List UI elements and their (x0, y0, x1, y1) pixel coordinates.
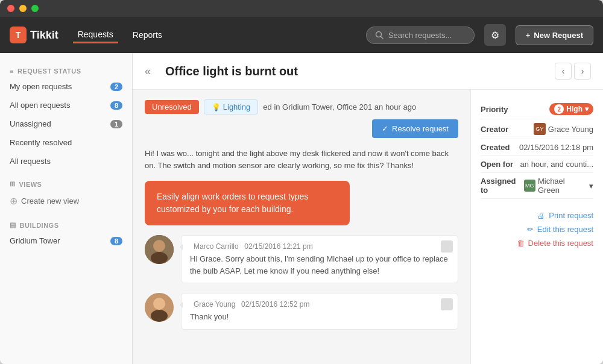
close-dot[interactable] (7, 5, 14, 12)
priority-value[interactable]: 2 High ▾ (549, 103, 593, 115)
resolve-label: Resolve request (392, 124, 449, 133)
open-for-label: Open for (481, 160, 513, 169)
views-section: ⊞ VIEWS ⊕ Create new view (0, 175, 132, 212)
plus-circle-icon: ⊕ (10, 195, 17, 207)
checkmark-icon: ✓ (382, 124, 388, 133)
svg-point-6 (153, 298, 165, 310)
sidebar-item-label: Unassigned (10, 119, 51, 128)
print-icon: 🖨 (537, 211, 545, 220)
create-view-label: Create new view (21, 196, 79, 206)
sidebar-item-label: All requests (10, 157, 51, 166)
minimize-dot[interactable] (19, 5, 27, 12)
request-actions: 🖨 Print request ✏ Edit this request 🗑 De… (481, 209, 593, 250)
new-request-label: New Request (534, 31, 583, 40)
next-request-button[interactable]: › (574, 63, 591, 80)
priority-badge: 2 High ▾ (549, 103, 593, 115)
prev-request-button[interactable]: ‹ (555, 63, 572, 80)
avatar-grace (145, 293, 174, 322)
edit-icon: ✏ (527, 225, 534, 234)
priority-label: Priority (481, 105, 508, 114)
title-bar (0, 0, 603, 17)
edit-request-button[interactable]: ✏ Edit this request (481, 222, 593, 236)
new-request-button[interactable]: + New Request (516, 25, 593, 45)
list-icon: ≡ (10, 67, 14, 75)
request-status-title: ≡ REQUEST STATUS (0, 63, 132, 77)
sidebar-item-label: Gridium Tower (10, 236, 60, 245)
main-content: ≡ REQUEST STATUS My open requests 2 All … (0, 53, 603, 364)
svg-line-1 (380, 37, 383, 39)
comment-box-1: Marco Carrillo 02/15/2016 12:21 pm Hi Gr… (181, 235, 458, 283)
unresolved-tag[interactable]: Unresolved (145, 100, 199, 114)
plus-icon: + (526, 31, 531, 40)
views-icon: ⊞ (10, 180, 16, 188)
dropdown-icon: ▾ (585, 105, 589, 113)
open-for-row: Open for an hour, and counti... (481, 156, 593, 173)
settings-button[interactable]: ⚙ (484, 24, 506, 46)
comment-avatar-icon-2 (441, 298, 453, 310)
sidebar-item-my-open[interactable]: My open requests 2 (0, 77, 132, 96)
creator-avatar: GY (534, 123, 546, 135)
nav-reports[interactable]: Reports (128, 28, 167, 42)
sidebar-badge: 8 (110, 101, 122, 110)
svg-point-4 (151, 252, 168, 264)
created-value: 02/15/2016 12:18 pm (519, 143, 593, 152)
search-placeholder: Search requests... (388, 31, 452, 40)
assigned-avatar: MG (524, 180, 535, 192)
avatar-marco (145, 235, 174, 264)
creator-row: Creator GY Grace Young (481, 119, 593, 139)
buildings-icon: ▤ (10, 221, 16, 229)
lightbulb-icon: 💡 (212, 103, 221, 111)
logo-name: Tikkit (30, 29, 58, 42)
create-new-view[interactable]: ⊕ Create new view (0, 190, 132, 212)
search-box[interactable]: Search requests... (366, 27, 475, 44)
logo[interactable]: T Tikkit (10, 27, 58, 43)
open-for-value: an hour, and counti... (520, 160, 593, 169)
request-main: Unresolved 💡 Lighting ed in Gridium Towe… (133, 90, 470, 364)
assigned-dropdown-icon: ▾ (589, 181, 593, 190)
collapse-icon[interactable]: « (145, 65, 151, 78)
comment-1: Marco Carrillo 02/15/2016 12:21 pm Hi Gr… (145, 235, 458, 283)
buildings-title: ▤ BUILDINGS (0, 216, 132, 231)
page-title: Office light is burnt out (165, 64, 545, 78)
nav-requests[interactable]: Requests (73, 27, 118, 43)
trash-icon: 🗑 (517, 239, 525, 248)
creator-label: Creator (481, 125, 508, 134)
lighting-tag[interactable]: 💡 Lighting (204, 99, 259, 115)
maximize-dot[interactable] (31, 5, 39, 12)
request-status-section: ≡ REQUEST STATUS My open requests 2 All … (0, 63, 132, 171)
buildings-section: ▤ BUILDINGS Gridium Tower 8 (0, 216, 132, 250)
location-text: ed in Gridium Tower, Office 201 an hour … (263, 102, 416, 111)
delete-request-button[interactable]: 🗑 Delete this request (481, 236, 593, 250)
sidebar-item-label: My open requests (10, 82, 72, 91)
priority-row: Priority 2 High ▾ (481, 99, 593, 119)
request-body: Unresolved 💡 Lighting ed in Gridium Towe… (133, 90, 603, 364)
sidebar-item-unassigned[interactable]: Unassigned 1 (0, 115, 132, 133)
comment-author-1: Marco Carrillo 02/15/2016 12:21 pm (190, 242, 449, 251)
sidebar-item-label: All open requests (10, 101, 70, 110)
app-window: T Tikkit Requests Reports Search request… (0, 0, 603, 364)
sidebar-item-recently-resolved[interactable]: Recently resolved (0, 133, 132, 152)
created-label: Created (481, 143, 510, 152)
search-icon (375, 31, 384, 39)
comment-box-2: Grace Young 02/15/2016 12:52 pm Thank yo… (181, 293, 458, 330)
sidebar-item-all-requests[interactable]: All requests (0, 152, 132, 171)
comment-2: Grace Young 02/15/2016 12:52 pm Thank yo… (145, 293, 458, 330)
content-header: « Office light is burnt out ‹ › (133, 53, 603, 90)
logo-icon: T (10, 27, 27, 43)
sidebar-item-all-open[interactable]: All open requests 8 (0, 96, 132, 115)
request-body-text: Hi! I was wo... tonight and the light ab… (145, 148, 458, 171)
sidebar-item-label: Recently resolved (10, 138, 72, 147)
assigned-value[interactable]: MG Michael Green ▾ (524, 177, 593, 195)
building-badge: 8 (110, 237, 122, 245)
sidebar: ≡ REQUEST STATUS My open requests 2 All … (0, 53, 133, 364)
svg-point-3 (153, 240, 165, 252)
resolve-request-button[interactable]: ✓ Resolve request (372, 119, 458, 138)
request-tags: Unresolved 💡 Lighting ed in Gridium Towe… (145, 99, 458, 138)
svg-point-7 (151, 310, 168, 322)
comment-avatar-icon (441, 240, 453, 253)
tooltip-box: Easily align work orders to request type… (145, 181, 350, 225)
sidebar-item-gridium-tower[interactable]: Gridium Tower 8 (0, 231, 132, 250)
gear-icon: ⚙ (491, 30, 499, 41)
print-request-button[interactable]: 🖨 Print request (481, 209, 593, 222)
assigned-label: Assigned to (481, 177, 524, 195)
